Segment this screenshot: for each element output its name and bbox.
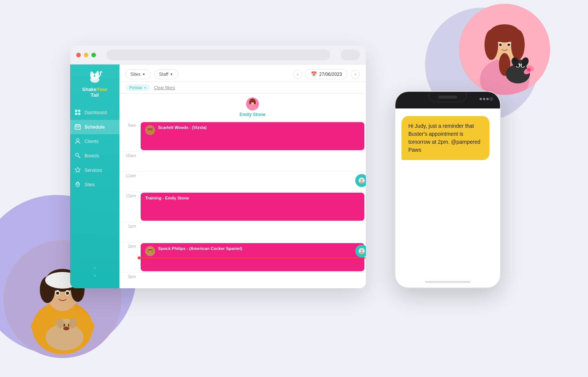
emily-name: Emily Stone [240,112,266,117]
time-slot-3pm [139,273,366,288]
sidebar-item-label-services: Services [85,168,102,173]
svg-rect-54 [75,125,80,129]
sidebar-item-services[interactable]: Services [70,163,119,178]
date-text: 27/06/2023 [319,72,342,77]
svg-point-72 [147,131,153,135]
person-right-avatar [459,4,550,95]
time-row-3pm: 3pm [119,273,366,288]
phone-content: Hi Judy, just a reminder that Buster's a… [395,108,500,276]
time-slot-10am [139,152,366,171]
window-maximize-dot[interactable] [91,53,96,57]
time-grid: 9am [119,121,366,288]
sidebar: ShakeYourTail Dashboard [70,64,119,288]
time-label-3pm: 3pm [119,273,139,288]
window-close-dot[interactable] [76,53,81,57]
phone-top-bar [395,92,500,108]
calendar-date-icon: 📅 [311,71,317,77]
breeds-icon [75,152,82,159]
svg-point-28 [511,30,525,60]
event-scarlett[interactable]: Scarlett Woods - (Vizsla) [141,122,364,150]
event3-title: Spock Philips - (American Cocker Spaniel… [158,246,242,251]
staff-column-emily: Emily Stone [139,97,366,117]
next-date-button[interactable]: › [351,70,360,79]
phone-notch [429,92,467,102]
svg-rect-53 [78,113,80,115]
date-navigation: ‹ 📅 27/06/2023 › [293,69,360,79]
svg-point-86 [149,249,150,250]
phone-speaker [438,96,457,99]
svg-point-87 [151,249,152,250]
svg-point-79 [361,179,363,181]
browser-chrome [70,46,366,64]
time-row-12pm: 12pm Training - Emily Stone [119,192,366,222]
sidebar-item-label-clients: Clients [85,139,99,144]
sidebar-item-label-schedule: Schedule [85,124,105,130]
svg-point-62 [75,153,78,156]
time-label-2pm: 2pm [119,242,139,272]
svg-point-58 [76,127,77,128]
svg-point-49 [94,75,95,76]
calendar-area: Emily Stone 9am [119,94,366,288]
calendar-icon [75,124,82,130]
sidebar-item-breeds[interactable]: Breeds [70,149,119,163]
staff-filter-button[interactable]: Staff ▼ [154,69,178,79]
svg-point-60 [78,127,79,128]
staff-label: Staff [159,72,168,77]
time-label-9am: 9am [119,121,139,151]
phone-mockup: Hi Judy, just a reminder that Buster's a… [395,91,501,288]
phone-home-bar [395,276,500,287]
svg-point-91 [360,252,364,254]
side-action-btn-2pm[interactable] [355,245,366,258]
address-bar [107,50,330,60]
svg-point-61 [77,139,79,141]
petstar-filter-tag[interactable]: Petstar × [125,84,150,91]
svg-point-13 [56,292,59,295]
sidebar-item-schedule[interactable]: Schedule [70,120,119,134]
prev-date-button[interactable]: ‹ [293,70,302,79]
time-row-1pm: 1pm [119,222,366,242]
event1-title: Scarlett Woods - (Vizsla) [158,125,207,130]
sidebar-chevron-down[interactable]: › [94,272,96,278]
sidebar-item-label-dashboard: Dashboard [85,110,107,115]
svg-rect-52 [75,113,77,115]
sidebar-item-label-sites: Sites [85,182,95,187]
svg-rect-50 [75,110,77,112]
svg-point-14 [66,292,69,295]
current-time-indicator [139,258,366,258]
sidebar-item-dashboard[interactable]: Dashboard [70,105,119,120]
logo-area: ShakeYourTail [78,71,111,98]
sites-filter-button[interactable]: Sites ▼ [125,69,151,79]
staff-header: Emily Stone [139,94,366,121]
svg-point-44 [527,68,531,72]
time-slot-1pm [139,222,366,242]
home-indicator [425,281,470,283]
event-training[interactable]: Training - Emily Stone [141,193,364,221]
clear-filters-link[interactable]: Clear filters [154,85,175,90]
svg-point-75 [149,129,150,130]
cocker-spaniel-avatar [145,246,155,256]
sidebar-chevron-up[interactable]: ‹ [94,265,96,271]
logo-text: ShakeYourTail [82,86,108,98]
remove-tag-icon[interactable]: × [144,85,146,90]
window-minimize-dot[interactable] [84,53,88,57]
svg-point-27 [485,30,498,60]
sidebar-item-sites[interactable]: Sites [70,178,119,192]
current-date-badge: 📅 27/06/2023 [305,69,348,79]
app-layout: ShakeYourTail Dashboard [70,64,366,288]
svg-point-19 [63,327,69,330]
time-row-2pm: 2pm [119,242,366,273]
time-slot-9am: Scarlett Woods - (Vizsla) [139,121,366,151]
sites-chevron-icon: ▼ [142,72,146,76]
status-dot3 [486,98,489,100]
event-spock[interactable]: Spock Philips - (American Cocker Spaniel… [141,243,364,271]
chat-message-bubble: Hi Judy, just a reminder that Buster's a… [401,116,489,160]
time-label-12pm: 12pm [119,192,139,222]
clients-icon [75,138,82,145]
petstar-tag-text: Petstar [129,85,143,90]
staff-chevron-icon: ▼ [170,72,173,76]
status-dot2 [483,98,485,100]
side-action-btn-11am[interactable] [355,174,366,187]
browser-action-btn [341,50,360,60]
sidebar-item-clients[interactable]: Clients [70,134,119,149]
svg-point-90 [361,249,363,251]
